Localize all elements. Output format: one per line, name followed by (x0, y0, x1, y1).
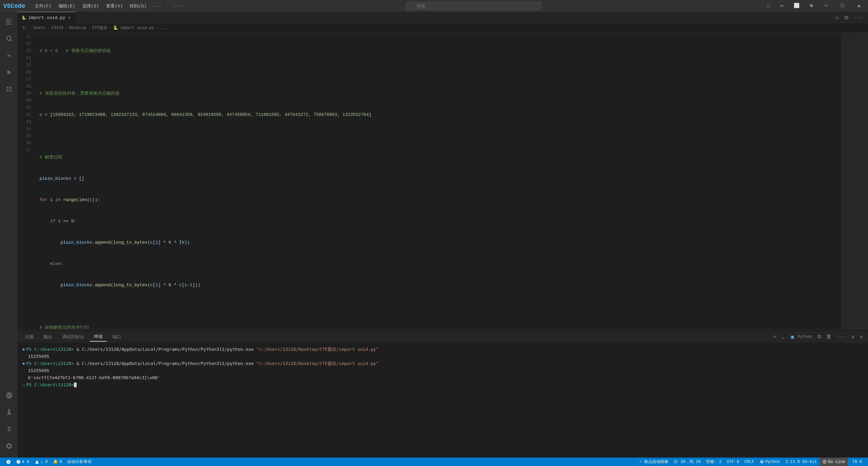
terminal-line-5: b'coctf{7e4d7bf2-6708-412f-bdf0-0807067a… (23, 374, 863, 381)
status-position[interactable]: 行 20，列 28 (671, 458, 703, 466)
status-ta[interactable]: TA 0 (849, 458, 865, 466)
terminal-dot-2: ● (23, 360, 25, 367)
close-button[interactable]: ✕ (853, 2, 865, 10)
status-remote[interactable] (3, 458, 14, 466)
status-check[interactable]: ✓ 标点自动转换 (637, 458, 671, 466)
code-line-22 (36, 69, 841, 76)
status-warnings[interactable]: ⚠ 0 (32, 458, 51, 466)
new-terminal-icon[interactable]: + (771, 333, 778, 341)
terminal-line-1: ● PS C:\Users\13128> & C:/Users/13128/Ap… (23, 346, 863, 352)
code-editor[interactable]: 21 22 23 24 25 26 27 28 29 30 31 32 33 3… (18, 32, 868, 329)
editor-area: 🐍 import uuid.py × ▷ ⧉ ··· C: › Users › … (18, 12, 868, 458)
menu-edit[interactable]: 编辑(E) (56, 2, 78, 10)
status-language[interactable]: Python (757, 458, 783, 466)
terminal-tab-problems[interactable]: 问题 (21, 333, 38, 341)
breadcrumb-desktop[interactable]: Desktop (69, 26, 86, 30)
breadcrumb-c[interactable]: C: (23, 26, 27, 30)
code-line-33 (36, 303, 841, 310)
code-line-23: # 加密后的块列表，需要替换为正确的值 (36, 90, 841, 97)
activity-icon-source-control[interactable] (1, 47, 17, 64)
activity-icon-search[interactable] (1, 30, 17, 47)
svg-line-1 (10, 40, 12, 41)
code-line-24: c = [15059162, 1719023408, 1392167133, 8… (36, 111, 841, 118)
menu-goto[interactable]: 转到(G) (127, 2, 149, 10)
tab-close-button[interactable]: × (67, 15, 71, 21)
terminal-tab-ports[interactable]: 端口 (108, 333, 125, 341)
terminal-cmd-1: & C:/Users/13128/AppData/Local/Programs/… (74, 346, 254, 352)
terminal-str-2: "c:/Users/13128/Desktop/CTF题目/import uui… (254, 360, 378, 367)
terminal-split-icon[interactable]: ⧉ (816, 333, 823, 341)
split-editor-icon[interactable]: ⧉ (843, 14, 850, 22)
terminal-tab-debug[interactable]: 调试控制台 (58, 333, 88, 341)
layout4-icon[interactable]: ⊞ (807, 2, 815, 10)
menu-select[interactable]: 选择(S) (80, 2, 102, 10)
breadcrumb-users[interactable]: Users (33, 26, 46, 30)
terminal-chevron-up-icon[interactable]: ∧ (850, 333, 857, 341)
svg-point-6 (824, 461, 825, 462)
breadcrumb-13128[interactable]: 13128 (51, 26, 63, 30)
layout2-icon[interactable]: ▭ (778, 2, 786, 10)
tab-import-uuid[interactable]: 🐍 import uuid.py × (18, 12, 76, 23)
breadcrumb-ctf[interactable]: CTF题目 (92, 25, 108, 31)
terminal-tab-terminal[interactable]: 终端 (90, 332, 107, 342)
terminal-tab-bar: 问题 输出 调试控制台 终端 端口 + ⌄ Python ⧉ 🗑 (18, 331, 868, 343)
terminal-more-icon[interactable]: ··· (835, 333, 848, 341)
error-count: ⊗ 0 (22, 459, 29, 464)
code-line-34: # 拼接解密后的块并打印 (36, 324, 841, 329)
activity-icon-account[interactable] (1, 421, 17, 437)
menu-view[interactable]: 查看(V) (103, 2, 125, 10)
layout-icon[interactable]: ⬚ (764, 2, 772, 10)
breadcrumb-file[interactable]: import uuid.py (120, 26, 154, 30)
status-bell[interactable]: 🔔 0 (50, 458, 64, 466)
terminal-close-icon[interactable]: ✕ (858, 333, 865, 341)
split-terminal-icon[interactable]: ⌄ (780, 333, 787, 341)
activity-icon-remote[interactable] (1, 387, 17, 403)
activity-icon-flask[interactable] (1, 404, 17, 420)
code-line-30: plain_blocks.append(long_to_bytes(c[i] ^… (36, 239, 841, 246)
bell-icon: 🔔 (53, 459, 58, 464)
status-eol[interactable]: CRLF (742, 458, 757, 466)
more-actions-icon[interactable]: ··· (851, 14, 865, 21)
menu-more[interactable]: ... (151, 2, 164, 10)
terminal-type-label[interactable]: Python (788, 334, 814, 340)
layout3-icon[interactable]: ⬜ (791, 2, 802, 10)
terminal-dot-3: ○ (23, 382, 25, 388)
line-numbers: 21 22 23 24 25 26 27 28 29 30 31 32 33 3… (18, 32, 36, 329)
terminal-dot-1: ● (23, 346, 25, 352)
maximize-button[interactable]: □ (837, 2, 848, 10)
status-encoding[interactable]: UTF-8 (724, 458, 742, 466)
code-content[interactable]: # K = 0 # 替换为正确的密钥值 # 加密后的块列表，需要替换为正确的值 … (36, 32, 841, 329)
breadcrumb: C: › Users › 13128 › Desktop › CTF题目 › 🐍… (18, 24, 868, 32)
run-icon[interactable]: ▷ (835, 14, 841, 22)
status-errors[interactable]: ⊗ 0 (14, 458, 32, 466)
app-logo: VSCode (3, 3, 25, 9)
status-spaces[interactable]: 空格: 2 (703, 458, 724, 466)
editor-controls: ▷ ⧉ ··· (831, 12, 868, 23)
status-version[interactable]: 3.11.8 64-bit (783, 458, 820, 466)
analysis-label: 自动分析单词 (67, 459, 91, 465)
menu-file[interactable]: 文件(F) (32, 2, 54, 10)
tab-python-icon: 🐍 (22, 16, 26, 20)
window-controls: ⬚ ▭ ⬜ ⊞ — □ ✕ (764, 2, 865, 10)
activity-icon-extensions[interactable] (1, 81, 17, 97)
activity-icon-explorer[interactable] (1, 14, 17, 30)
svg-point-0 (7, 36, 11, 41)
terminal-trash-icon[interactable]: 🗑 (824, 333, 833, 341)
terminal-tab-output[interactable]: 输出 (40, 333, 56, 341)
terminal-output-2: 15255695 (23, 367, 49, 374)
activity-icon-run[interactable] (1, 64, 17, 80)
minimap (841, 32, 868, 329)
terminal-str-1: "c:/Users/13128/Desktop/CTF题目/import uui… (254, 346, 378, 352)
breadcrumb-more[interactable]: ... (160, 26, 167, 30)
nav-forward[interactable]: → (180, 3, 183, 8)
status-analysis[interactable]: 自动分析单词 (64, 458, 94, 466)
status-go-live[interactable]: Go Live (820, 458, 848, 466)
search-input[interactable] (406, 2, 541, 10)
nav-back[interactable]: ← (174, 3, 177, 8)
search-bar (190, 2, 758, 10)
minimize-button[interactable]: — (820, 2, 832, 10)
encoding-label: UTF-8 (727, 460, 739, 464)
terminal-line-6: ○ PS C:\Users\13128> (23, 382, 863, 388)
terminal-content[interactable]: ● PS C:\Users\13128> & C:/Users/13128/Ap… (18, 343, 868, 458)
activity-icon-settings[interactable] (1, 438, 17, 454)
